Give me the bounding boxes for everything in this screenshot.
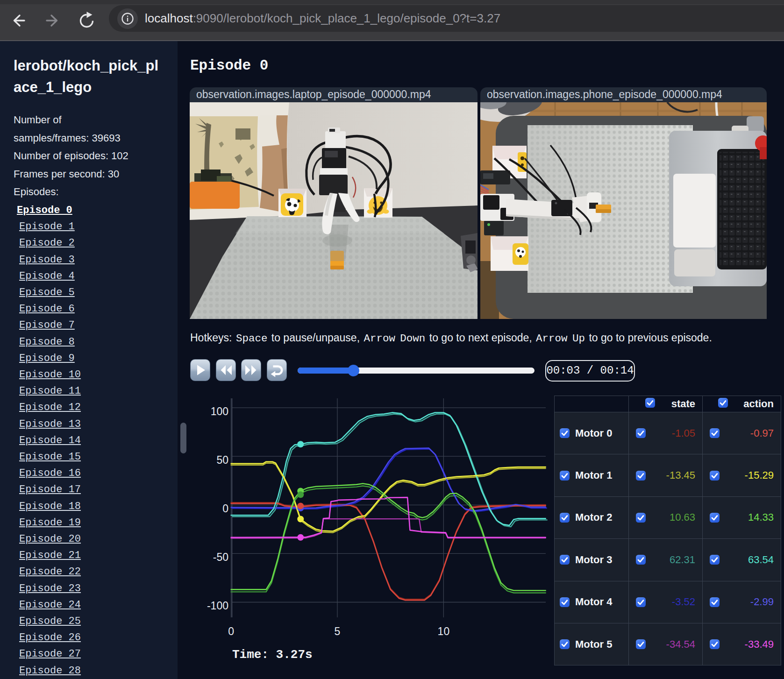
svg-text:10: 10 xyxy=(438,625,450,637)
svg-text:50: 50 xyxy=(216,454,228,466)
svg-text:5: 5 xyxy=(335,625,341,637)
svg-text:-100: -100 xyxy=(207,600,228,612)
svg-text:100: 100 xyxy=(211,405,228,417)
svg-text:0: 0 xyxy=(228,625,234,637)
svg-text:0: 0 xyxy=(222,502,228,515)
svg-text:-50: -50 xyxy=(213,551,228,563)
